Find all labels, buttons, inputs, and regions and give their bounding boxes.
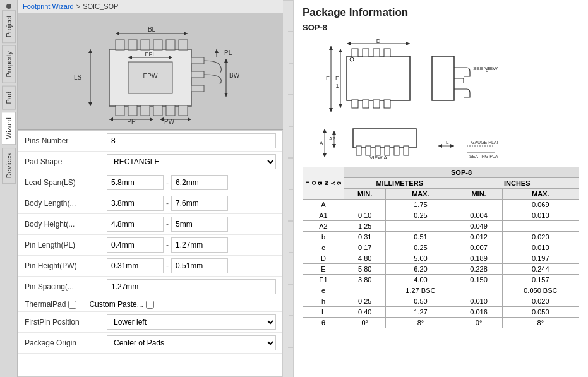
first-pin-row: FirstPin Position Lower left Upper left … — [18, 312, 282, 333]
lead-span-max-input[interactable] — [171, 175, 228, 190]
pins-number-label: Pins Number — [25, 136, 107, 145]
table-cell-in-min: 0.010 — [455, 296, 502, 307]
table-cell-sym: θ — [303, 318, 344, 328]
svg-text:E: E — [335, 75, 339, 81]
svg-text:D: D — [376, 38, 381, 44]
svg-marker-93 — [438, 144, 442, 148]
pins-number-input[interactable] — [107, 133, 276, 148]
table-row: E 5.80 6.20 0.228 0.244 — [303, 264, 579, 275]
svg-text:GAUGE PLANE: GAUGE PLANE — [471, 140, 498, 145]
svg-rect-55 — [384, 49, 390, 57]
svg-rect-7 — [166, 40, 175, 50]
sidebar-item-pad[interactable]: Pad — [2, 86, 16, 110]
svg-marker-90 — [323, 153, 327, 157]
svg-marker-70 — [329, 46, 333, 50]
svg-text:1: 1 — [335, 83, 339, 89]
svg-text:A2: A2 — [329, 136, 335, 141]
table-cell-in-max: 0.244 — [502, 264, 579, 275]
package-origin-select[interactable]: Center of Pads Center of Body — [107, 335, 276, 350]
table-row: A2 1.25 0.049 — [303, 221, 579, 232]
pin-height-row: Pin Height(PW) - — [18, 256, 282, 277]
svg-rect-3 — [116, 40, 124, 50]
left-panel: Footprint Wizard > SOIC_SOP EPW — [18, 0, 283, 377]
table-cell-mm-min: 1.25 — [344, 221, 386, 232]
svg-rect-52 — [352, 49, 358, 57]
table-cell-in-min: 0.004 — [455, 210, 502, 221]
table-row: b 0.31 0.51 0.012 0.020 — [303, 232, 579, 242]
thermal-pad-label: ThermalPad — [25, 300, 66, 309]
svg-rect-51 — [347, 56, 410, 100]
first-pin-label: FirstPin Position — [25, 318, 107, 326]
pin-spacing-input[interactable] — [107, 279, 276, 294]
svg-text:SEATING PLANE: SEATING PLANE — [469, 154, 498, 159]
table-cell-in-max: 0.010 — [502, 210, 579, 221]
table-row: θ 0° 8° 0° 8° — [303, 318, 579, 328]
svg-rect-74 — [432, 56, 454, 100]
table-cell-sym: b — [303, 232, 344, 242]
svg-rect-5 — [141, 40, 150, 50]
table-in-max-header: MAX. — [502, 189, 579, 200]
custom-paste-checkbox[interactable] — [146, 301, 154, 309]
form-area: Pins Number Pad Shape RECTANGLE CIRCLE O… — [18, 130, 283, 377]
table-cell-in-max: 0.069 — [502, 200, 579, 210]
pad-shape-label: Pad Shape — [25, 157, 107, 166]
svg-rect-17 — [191, 85, 204, 92]
table-title-header: SOP-8 — [344, 167, 579, 178]
table-cell-sym: A1 — [303, 210, 344, 221]
table-cell-in-max: 0.020 — [502, 296, 579, 307]
svg-text:c: c — [486, 68, 488, 73]
table-cell-sym: h — [303, 296, 344, 307]
sidebar-dot — [6, 4, 11, 9]
table-row: c 0.17 0.25 0.007 0.010 — [303, 242, 579, 253]
svg-rect-14 — [179, 105, 188, 116]
body-length-max-input[interactable] — [171, 196, 228, 211]
svg-rect-13 — [166, 105, 175, 116]
body-length-min-input[interactable] — [107, 196, 164, 211]
pins-number-row: Pins Number — [18, 131, 282, 152]
table-row: D 4.80 5.00 0.189 0.197 — [303, 253, 579, 264]
body-length-label: Body Length(... — [25, 199, 107, 208]
svg-rect-82 — [394, 146, 399, 155]
body-height-min-input[interactable] — [107, 217, 164, 232]
table-cell-in-max: 0.020 — [502, 232, 579, 242]
pin-height-min-input[interactable] — [107, 258, 164, 273]
pin-length-min-input[interactable] — [107, 237, 164, 253]
lead-span-min-input[interactable] — [107, 175, 164, 190]
table-cell-sym: c — [303, 242, 344, 253]
sidebar: Project Property Pad Wizard Devices — [0, 0, 18, 377]
svg-marker-85 — [332, 131, 336, 135]
chip-diagram-area: EPW BL — [18, 13, 283, 130]
table-cell-mm-min: 0° — [344, 318, 386, 328]
pad-shape-row: Pad Shape RECTANGLE CIRCLE OVAL TRAPEZOI… — [18, 152, 282, 172]
sidebar-item-property[interactable]: Property — [2, 45, 16, 83]
package-diagram-svg: D E 1 E SEE VIEW A c — [303, 37, 498, 160]
table-cell-mm-max — [386, 221, 455, 232]
thermal-pad-checkbox[interactable] — [68, 301, 76, 309]
sidebar-item-devices[interactable]: Devices — [2, 148, 16, 184]
table-cell-in-min — [455, 200, 502, 210]
body-height-max-input[interactable] — [171, 217, 228, 232]
table-row: A1 0.10 0.25 0.004 0.010 — [303, 210, 579, 221]
pin-height-max-input[interactable] — [171, 258, 228, 273]
table-cell-in-max: 0.157 — [502, 275, 579, 285]
table-cell-mm-min: 3.80 — [344, 275, 386, 285]
ruler-svg — [283, 0, 293, 377]
pin-length-row: Pin Length(PL) - — [18, 235, 282, 256]
table-cell-mm-max: 1.75 — [386, 200, 455, 210]
first-pin-select[interactable]: Lower left Upper left Lower right Upper … — [107, 314, 276, 330]
sidebar-item-wizard[interactable]: Wizard — [2, 112, 16, 145]
svg-rect-79 — [366, 146, 371, 155]
svg-text:VIEW A: VIEW A — [369, 155, 387, 160]
sidebar-item-project[interactable]: Project — [2, 10, 16, 43]
breadcrumb-link[interactable]: Footprint Wizard — [23, 3, 74, 10]
epl-label: EPL — [145, 51, 155, 57]
table-cell-in-min: 0.016 — [455, 307, 502, 318]
pad-shape-select[interactable]: RECTANGLE CIRCLE OVAL TRAPEZOID — [107, 154, 276, 169]
package-info-subtitle: SOP-8 — [303, 23, 579, 32]
table-in-header: INCHES — [455, 178, 579, 189]
svg-marker-62 — [406, 42, 410, 45]
chip-diagram-svg: EPW BL — [33, 15, 267, 128]
table-cell-in-max: 0.050 — [502, 307, 579, 318]
table-row: e 1.27 BSC 0.050 BSC — [303, 285, 579, 296]
pin-length-max-input[interactable] — [171, 237, 228, 253]
